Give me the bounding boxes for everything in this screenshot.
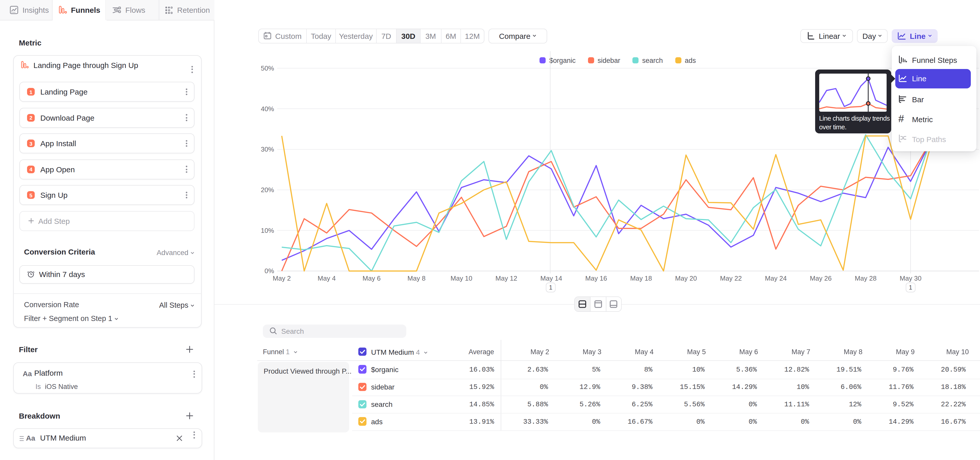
svg-text:May 8: May 8 — [407, 275, 426, 282]
svg-text:May 4: May 4 — [318, 275, 336, 282]
svg-text:1: 1 — [909, 284, 912, 291]
svg-text:May 2: May 2 — [273, 275, 291, 282]
svg-text:30%: 30% — [261, 145, 274, 153]
svg-text:May 24: May 24 — [765, 275, 787, 282]
svg-text:0%: 0% — [264, 267, 274, 275]
svg-text:May 28: May 28 — [855, 275, 877, 282]
svg-text:1: 1 — [549, 284, 552, 291]
svg-text:May 22: May 22 — [720, 275, 741, 282]
svg-text:May 14: May 14 — [540, 275, 562, 282]
svg-text:May 26: May 26 — [810, 275, 832, 282]
svg-text:50%: 50% — [261, 64, 274, 72]
svg-text:May 16: May 16 — [585, 275, 607, 282]
svg-text:May 30: May 30 — [900, 275, 921, 282]
svg-text:20%: 20% — [261, 186, 274, 194]
svg-text:May 18: May 18 — [630, 275, 652, 282]
svg-text:May 10: May 10 — [450, 275, 472, 282]
svg-text:10%: 10% — [261, 227, 274, 234]
svg-text:May 12: May 12 — [495, 275, 517, 282]
svg-text:40%: 40% — [261, 105, 274, 113]
svg-text:May 6: May 6 — [363, 275, 381, 282]
svg-text:May 20: May 20 — [675, 275, 697, 282]
